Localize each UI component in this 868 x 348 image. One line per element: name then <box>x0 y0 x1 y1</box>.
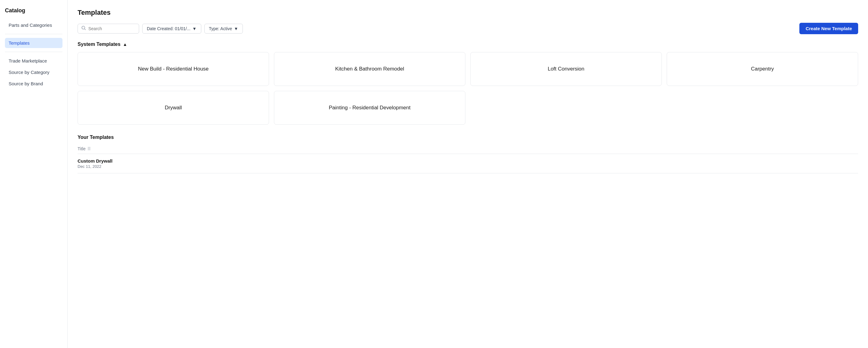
your-templates-rows: Custom DrywallDec 11, 2022 <box>78 154 858 173</box>
toolbar: Date Created: 01/01/... ▼ Type: Active ▼… <box>78 23 858 34</box>
template-card-drywall[interactable]: Drywall <box>78 91 269 125</box>
date-filter-label: Date Created: 01/01/... <box>147 26 190 31</box>
svg-line-1 <box>85 29 86 30</box>
search-wrapper[interactable] <box>78 24 139 34</box>
date-filter-chevron-icon: ▼ <box>192 26 197 31</box>
template-row-title: Custom Drywall <box>78 158 858 164</box>
type-filter-label: Type: Active <box>209 26 232 31</box>
template-card-painting[interactable]: Painting - Residential Development <box>274 91 465 125</box>
system-templates-title: System Templates <box>78 41 120 47</box>
sidebar-item-templates[interactable]: Templates <box>5 38 62 48</box>
sidebar: Catalog Parts and CategoriesTemplatesTra… <box>0 0 68 348</box>
sidebar-item-parts-categories[interactable]: Parts and Categories <box>5 20 62 30</box>
template-card-new-build[interactable]: New Build - Residential House <box>78 52 269 86</box>
sort-icon[interactable]: ☰ <box>87 147 91 151</box>
system-templates-section: System Templates ▲ New Build - Residenti… <box>78 41 858 125</box>
create-new-template-button[interactable]: Create New Template <box>799 23 858 34</box>
your-templates-table-header: Title ☰ <box>78 144 858 154</box>
type-filter-chevron-icon: ▼ <box>234 26 238 31</box>
your-templates-section: Your Templates Title ☰ Custom DrywallDec… <box>78 135 858 173</box>
system-templates-chevron-icon: ▲ <box>123 42 127 47</box>
sidebar-item-source-by-category[interactable]: Source by Category <box>5 67 62 77</box>
template-row-date: Dec 11, 2022 <box>78 164 858 169</box>
sidebar-item-source-by-brand[interactable]: Source by Brand <box>5 79 62 89</box>
search-input[interactable] <box>88 26 135 31</box>
table-row[interactable]: Custom DrywallDec 11, 2022 <box>78 154 858 173</box>
svg-point-0 <box>82 26 85 29</box>
template-card-kitchen-bathroom[interactable]: Kitchen & Bathroom Remodel <box>274 52 465 86</box>
sidebar-catalog-title: Catalog <box>5 7 62 14</box>
system-templates-header: System Templates ▲ <box>78 41 858 47</box>
main-content: Templates Date Created: 01/01/... ▼ Type… <box>68 0 868 348</box>
table-column-title-label: Title <box>78 146 86 151</box>
your-templates-title: Your Templates <box>78 135 858 140</box>
system-templates-grid-row2: DrywallPainting - Residential Developmen… <box>78 91 858 125</box>
template-card-carpentry[interactable]: Carpentry <box>667 52 858 86</box>
template-card-loft-conversion[interactable]: Loft Conversion <box>470 52 662 86</box>
sidebar-item-trade-marketplace[interactable]: Trade Marketplace <box>5 56 62 66</box>
search-icon <box>82 26 86 31</box>
sidebar-nav: Parts and CategoriesTemplatesTrade Marke… <box>5 20 62 89</box>
page-title: Templates <box>78 9 858 17</box>
date-filter-button[interactable]: Date Created: 01/01/... ▼ <box>142 24 201 34</box>
system-templates-grid-row1: New Build - Residential HouseKitchen & B… <box>78 52 858 86</box>
type-filter-button[interactable]: Type: Active ▼ <box>205 24 243 34</box>
